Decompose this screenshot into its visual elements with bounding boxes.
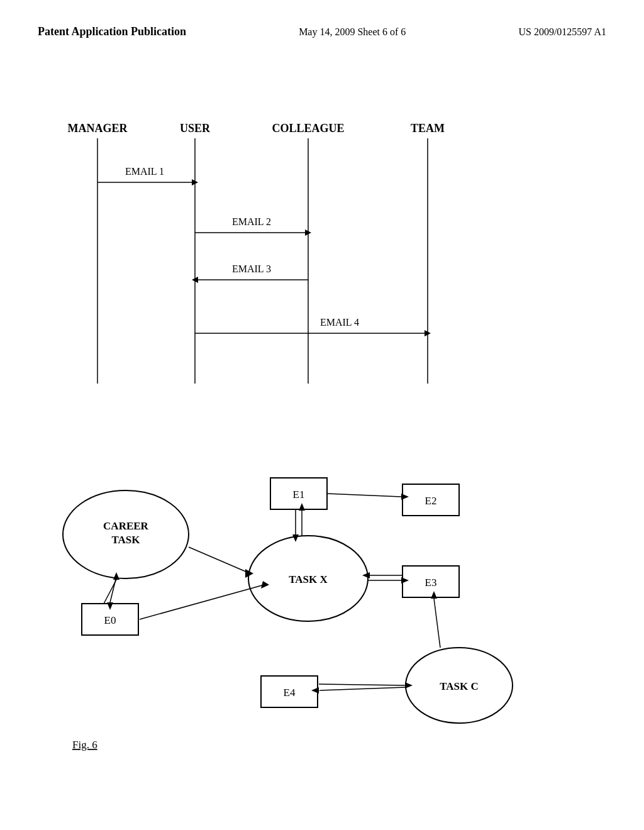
taskc-to-e4-arrow (311, 687, 319, 694)
email2-label: EMAIL 2 (232, 216, 271, 227)
publication-date-sheet: May 14, 2009 Sheet 6 of 6 (299, 26, 406, 38)
actor-team: TEAM (411, 122, 445, 135)
e4-label: E4 (284, 687, 296, 699)
taskc-to-e3-line (434, 599, 440, 648)
e1-to-e2-line (327, 494, 401, 497)
taskc-to-e4-line (319, 687, 406, 690)
email1-label: EMAIL 1 (125, 166, 164, 177)
taskx-to-e3-arrow (401, 577, 409, 584)
figure-label: Fig. 6 (72, 739, 97, 751)
page-header: Patent Application Publication May 14, 2… (0, 0, 644, 51)
taskc-to-e3-arrow (431, 591, 437, 599)
career-task-label-line1: CAREER (103, 520, 149, 532)
actor-user: USER (180, 122, 211, 135)
taskx-label: TASK X (289, 573, 328, 585)
e0-to-career-arrow (113, 572, 119, 580)
career-to-e0-arrow (107, 602, 113, 610)
publication-type: Patent Application Publication (38, 25, 186, 38)
e1-label: E1 (293, 489, 305, 501)
career-task-label-line2: TASK (111, 534, 140, 546)
diagram-area: MANAGER USER COLLEAGUE TEAM EMAIL 1 EMAI… (0, 82, 644, 830)
e1-to-taskx-arrow (292, 534, 299, 542)
actor-manager: MANAGER (68, 122, 128, 135)
career-to-taskx-line (189, 547, 247, 572)
e0-to-career-line (104, 580, 116, 604)
publication-number: US 2009/0125597 A1 (518, 26, 606, 38)
email3-label: EMAIL 3 (232, 263, 271, 274)
e3-label: E3 (425, 577, 437, 589)
e0-to-taskx-line (140, 585, 264, 619)
e1-to-e2-arrow (401, 494, 409, 500)
e4-to-taskc-line (319, 684, 405, 685)
e0-to-taskx-arrow (261, 581, 269, 589)
e4-to-taskc-arrow (405, 682, 413, 689)
e3-to-taskx-arrow (362, 572, 370, 578)
email4-label: EMAIL 4 (320, 317, 359, 328)
taskc-label: TASK C (440, 680, 479, 692)
actor-colleague: COLLEAGUE (272, 122, 344, 135)
taskx-to-e1-arrow (299, 503, 305, 511)
main-svg: MANAGER USER COLLEAGUE TEAM EMAIL 1 EMAI… (0, 82, 644, 830)
e2-label: E2 (425, 495, 437, 507)
e0-label: E0 (104, 614, 116, 626)
